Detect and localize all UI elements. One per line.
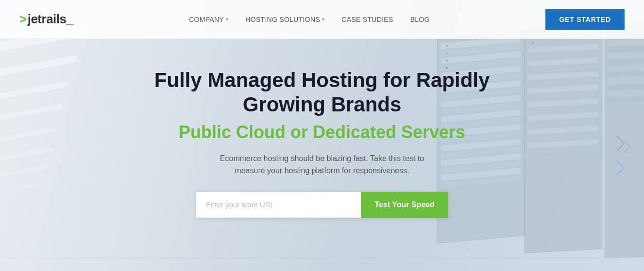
hero-section: >jetrails_ COMPANY ▾ HOSTING SOLUTIONS ▾… bbox=[0, 0, 644, 271]
speed-test-form: Test Your Speed bbox=[196, 192, 448, 218]
logo-chevron: > bbox=[19, 12, 27, 27]
nav-links: COMPANY ▾ HOSTING SOLUTIONS ▾ CASE STUDI… bbox=[189, 15, 430, 24]
hero-content: Fully Managed Hosting for Rapidly Growin… bbox=[0, 39, 644, 218]
hero-description: Ecommerce hosting should be blazing fast… bbox=[220, 152, 424, 177]
nav-link-hosting[interactable]: HOSTING SOLUTIONS ▾ bbox=[245, 16, 324, 23]
navbar: >jetrails_ COMPANY ▾ HOSTING SOLUTIONS ▾… bbox=[0, 0, 644, 39]
nav-link-company[interactable]: COMPANY ▾ bbox=[189, 16, 228, 23]
logo-underscore: _ bbox=[67, 12, 73, 27]
test-speed-button[interactable]: Test Your Speed bbox=[361, 192, 448, 218]
nav-item-case-studies[interactable]: CASE STUDIES bbox=[341, 15, 393, 24]
get-started-button[interactable]: GET STARTED bbox=[545, 9, 625, 30]
hero-title-line2: Growing Brands bbox=[243, 93, 402, 116]
nav-link-blog[interactable]: BLOG bbox=[410, 16, 430, 23]
nav-item-blog[interactable]: BLOG bbox=[410, 15, 430, 24]
nav-item-company[interactable]: COMPANY ▾ bbox=[189, 16, 228, 23]
nav-label-hosting: HOSTING SOLUTIONS bbox=[245, 16, 320, 23]
nav-label-company: COMPANY bbox=[189, 16, 224, 23]
hero-title-line1: Fully Managed Hosting for Rapidly bbox=[154, 69, 490, 91]
nav-link-case-studies[interactable]: CASE STUDIES bbox=[341, 16, 393, 23]
chevron-down-icon: ▾ bbox=[226, 17, 228, 22]
hero-desc-line1: Ecommerce hosting should be blazing fast… bbox=[220, 154, 424, 163]
nav-label-case-studies: CASE STUDIES bbox=[341, 16, 393, 23]
hero-subtitle: Public Cloud or Dedicated Servers bbox=[179, 122, 465, 143]
hero-title: Fully Managed Hosting for Rapidly Growin… bbox=[154, 68, 490, 117]
nav-item-hosting[interactable]: HOSTING SOLUTIONS ▾ bbox=[245, 16, 324, 23]
store-url-input[interactable] bbox=[196, 192, 361, 218]
logo-text: jetrails bbox=[28, 12, 67, 27]
logo[interactable]: >jetrails_ bbox=[19, 12, 73, 27]
chevron-down-icon: ▾ bbox=[322, 17, 324, 22]
nav-label-blog: BLOG bbox=[410, 16, 430, 23]
hero-desc-line2: measure your hosting platform for respon… bbox=[235, 166, 409, 175]
